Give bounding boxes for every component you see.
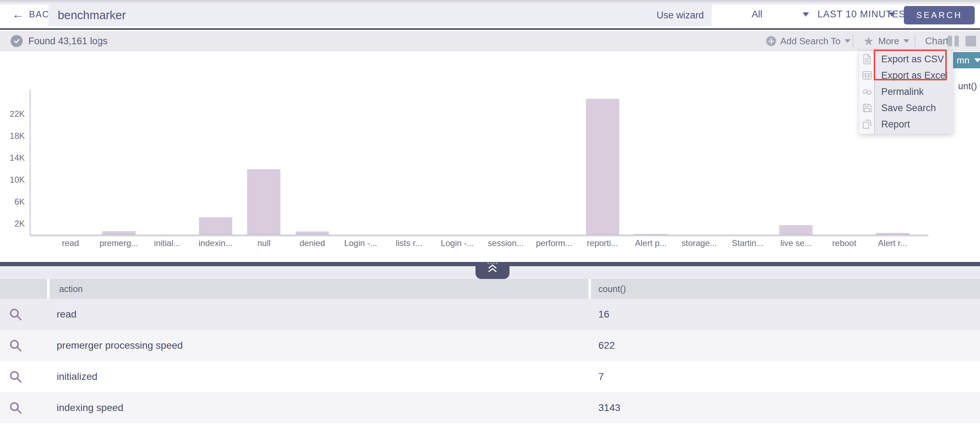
magnifier-icon[interactable] [8,370,23,385]
menu-item-label: Export as CSV [875,54,944,65]
menu-item-permalink[interactable]: Permalink [859,84,953,100]
x-axis-label: storage... [675,238,724,248]
count-cell: 16 [598,299,609,330]
bar-chart: 22K18K14K10K6K2K readpremerg...initial..… [0,51,980,262]
toolbar-divider [98,35,99,48]
count-cell: 3143 [598,392,620,423]
scope-select[interactable]: All [752,0,762,28]
link-icon [859,87,875,97]
x-axis-label: denied [288,238,337,248]
add-column-button-partial[interactable]: mn [953,52,980,68]
chart-bar[interactable] [779,225,813,235]
x-axis-label: initial... [142,238,192,248]
log-search-app: ← BACK Use wizard All LAST 10 MINUTES SE… [0,0,980,434]
x-axis-label: Alert p... [626,238,676,248]
use-wizard-link[interactable]: Use wizard [656,10,712,21]
column-separator [589,279,591,299]
star-icon: ★ [863,35,874,47]
column-chart-view-icon[interactable] [948,36,959,46]
scope-caret-icon[interactable] [803,13,809,17]
y-axis-tick-label: 10K [3,175,25,185]
chart-bar[interactable] [247,169,280,235]
column-separator [47,279,49,299]
time-range-caret-icon[interactable] [889,13,895,17]
more-label: More [878,36,899,47]
menu-item-label: Permalink [875,86,924,97]
menu-item-label: Report [875,119,910,130]
save-icon [859,103,875,113]
more-dropdown-menu: Export as CSV Export as Excel Permalink [859,51,953,134]
x-axis-label: Startin... [722,238,772,248]
y-axis-tick-label: 2K [3,219,25,229]
add-search-to-caret-icon [845,39,850,43]
menu-item-export-csv[interactable]: Export as CSV [859,51,953,67]
magnifier-icon[interactable] [8,307,23,323]
full-view-icon[interactable] [966,36,976,46]
result-count: Found 43,161 logs [11,31,108,51]
x-axis-label: reboot [819,238,869,248]
x-axis-label: session... [481,238,530,248]
copy-icon [859,119,875,129]
plot-area [30,89,928,235]
y-axis-tick-label: 6K [3,197,25,207]
y-axis-tick-label: 18K [3,131,25,141]
table-row: indexing speed 3143 [0,392,980,423]
x-axis-label: perform... [529,238,579,248]
add-search-to-label: Add Search To [780,36,840,47]
results-toolbar: Found 43,161 logs Add Search To ★ More C… [0,31,980,51]
add-column-button-text: mn [957,55,969,66]
chart-bar[interactable] [199,217,232,235]
action-cell: initialized [57,361,97,392]
x-axis-label: Login -... [433,238,482,248]
x-axis-line [30,235,928,235]
back-arrow-icon: ← [12,8,25,20]
x-axis-label: Alert r... [868,238,917,248]
add-column-caret-icon [974,59,980,62]
table-row: premerger processing speed 622 [0,330,980,361]
x-axis-label: reporti... [578,238,627,248]
chart-label-text: Chart [925,36,948,47]
menu-item-export-excel[interactable]: Export as Excel [859,67,953,84]
side-panel-count-header-partial: unt() [958,81,977,92]
column-header-count[interactable]: count() [598,279,626,299]
chart-bar[interactable] [586,99,619,235]
table-row: read 16 [0,299,980,330]
result-count-text: Found 43,161 logs [28,36,108,47]
x-axis-label: null [239,238,288,248]
magnifier-icon[interactable] [8,339,23,354]
top-search-bar: ← BACK Use wizard All LAST 10 MINUTES SE… [0,0,980,30]
magnifier-icon[interactable] [8,401,23,416]
search-box: Use wizard [48,4,712,26]
menu-item-label: Save Search [875,103,936,114]
file-icon [859,54,875,64]
x-axis-shadow [30,236,928,237]
search-button[interactable]: SEARCH [904,6,975,24]
x-axis-label: live se... [771,238,821,248]
action-cell: indexing speed [57,392,123,423]
x-axis-label: Login -... [336,238,385,248]
count-cell: 7 [598,361,604,392]
y-axis-tick-label: 14K [3,153,25,163]
column-header-action[interactable]: action [59,279,83,299]
x-axis-label: indexin... [191,238,240,248]
toolbar-divider [915,35,915,48]
chart-bar[interactable] [296,232,329,235]
results-table: action count() read 16 premerger process… [0,266,980,434]
chart-section-label: Chart [925,31,948,51]
toolbar-divider [853,35,853,48]
chart-bar[interactable] [102,231,135,235]
count-cell: 622 [598,330,615,361]
more-button[interactable]: ★ More [863,31,909,51]
x-axis-label: premerg... [94,238,144,248]
x-axis-label: lists r... [384,238,434,248]
action-cell: premerger processing speed [57,330,183,361]
action-cell: read [57,299,76,330]
table-row: initialized 7 [0,361,980,392]
menu-item-label: Export as Excel [875,70,948,81]
more-caret-icon [904,39,909,43]
menu-item-report[interactable]: Report [859,116,953,132]
menu-item-save-search[interactable]: Save Search [859,100,953,116]
collapse-panel-tab[interactable] [476,262,509,279]
add-search-to-button[interactable]: Add Search To [766,31,850,51]
search-input[interactable] [48,8,656,22]
